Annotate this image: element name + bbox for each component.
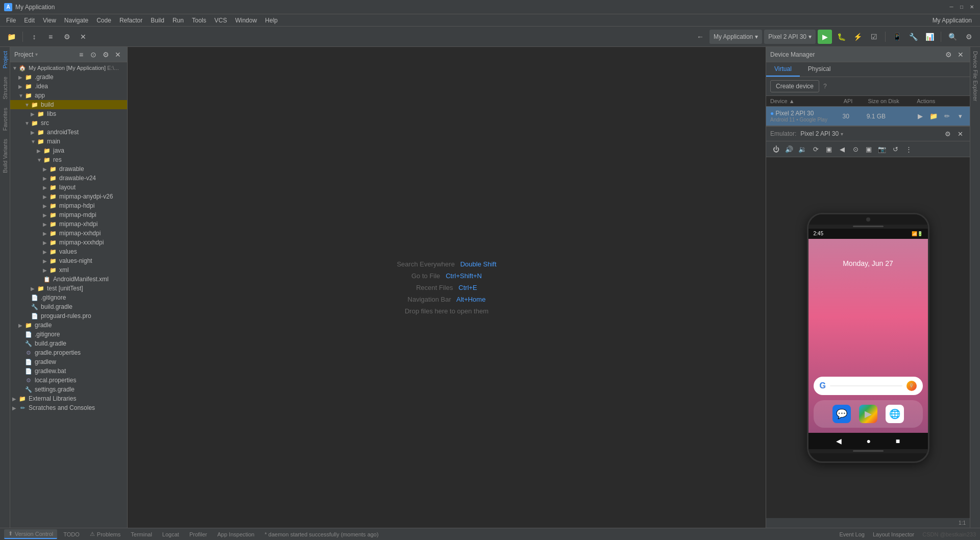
tree-gradle-props[interactable]: ⚙ gradle.properties — [10, 348, 127, 357]
tree-layout[interactable]: ▶ 📁 layout — [10, 183, 127, 192]
device-selector[interactable]: Pixel 2 API 30 ▾ — [764, 30, 816, 44]
sdk-btn[interactable]: 🔧 — [906, 30, 920, 44]
tree-test[interactable]: ▶ 📁 test [unitTest] — [10, 284, 127, 293]
menu-view[interactable]: View — [39, 16, 60, 25]
menu-tools[interactable]: Tools — [188, 16, 210, 25]
tree-values[interactable]: ▶ 📁 values — [10, 247, 127, 256]
phone-google-bar[interactable]: G 🎙 — [814, 377, 923, 395]
tree-build[interactable]: ▼ 📁 build — [10, 100, 127, 109]
menu-navigate[interactable]: Navigate — [60, 16, 92, 25]
tree-libs[interactable]: ▶ 📁 libs — [10, 109, 127, 118]
profiler-tab[interactable]: Profiler — [185, 530, 211, 538]
tree-settings-gradle[interactable]: 🔧 settings.gradle — [10, 385, 127, 394]
build-variants-label[interactable]: Build Variants — [1, 135, 10, 177]
tree-proguard[interactable]: 📄 proguard-rules.pro — [10, 311, 127, 321]
help-icon[interactable]: ? — [823, 83, 827, 90]
tree-root[interactable]: ▼ 🏠 My Application [My Application] E:\.… — [10, 63, 127, 72]
settings-btn[interactable]: ⚙ — [60, 30, 74, 44]
emu-vol-up-btn[interactable]: 🔊 — [783, 143, 795, 155]
profiler-btn2[interactable]: 📊 — [922, 30, 937, 44]
search-btn[interactable]: 🔍 — [945, 30, 960, 44]
tree-androidmanifest[interactable]: 📋 AndroidManifest.xml — [10, 275, 127, 284]
tree-gitignore-root[interactable]: 📄 .gitignore — [10, 330, 127, 339]
minimize-button[interactable]: ─ — [947, 3, 955, 11]
scroll-to-center-btn[interactable]: ⊙ — [88, 50, 99, 60]
phone-screen[interactable]: Monday, Jun 27 G 🎙 💬 ▶ 🌐 — [808, 239, 928, 433]
device-more-btn[interactable]: ▾ — [954, 111, 966, 122]
tree-androidtest[interactable]: ▶ 📁 androidTest — [10, 128, 127, 137]
tree-build-gradle-app[interactable]: 🔧 build.gradle — [10, 302, 127, 311]
menu-help[interactable]: Help — [261, 16, 282, 25]
todo-tab[interactable]: TODO — [59, 530, 84, 538]
messages-app-icon[interactable]: 💬 — [832, 405, 851, 423]
menu-build[interactable]: Build — [146, 16, 168, 25]
emulator-settings-btn[interactable]: ⚙ — [942, 128, 953, 139]
device-browse-btn[interactable]: 📁 — [928, 111, 939, 122]
emu-back-btn[interactable]: ◀ — [837, 143, 848, 155]
avd-btn[interactable]: 📱 — [890, 30, 904, 44]
menu-window[interactable]: Window — [231, 16, 261, 25]
emu-screenshot-btn[interactable]: 📷 — [876, 143, 888, 155]
coverage-btn[interactable]: ☑ — [867, 30, 881, 44]
project-dropdown-arrow[interactable]: ▾ — [35, 52, 38, 57]
logcat-tab[interactable]: Logcat — [158, 530, 183, 538]
tree-gradle[interactable]: ▶ 📁 .gradle — [10, 72, 127, 82]
device-manager-close-btn[interactable]: ✕ — [955, 50, 966, 60]
emu-rotate-btn[interactable]: ⟳ — [810, 143, 821, 155]
tree-res[interactable]: ▼ 📁 res — [10, 155, 127, 164]
tab-virtual[interactable]: Virtual — [766, 62, 800, 77]
tree-gradlew[interactable]: 📄 gradlew — [10, 357, 127, 366]
device-run-btn[interactable]: ▶ — [915, 111, 926, 122]
create-device-button[interactable]: Create device — [770, 80, 819, 92]
tree-src[interactable]: ▼ 📁 src — [10, 118, 127, 128]
tree-xml[interactable]: ▶ 📁 xml — [10, 265, 127, 275]
back-btn[interactable]: ← — [693, 30, 707, 44]
app-inspection-tab[interactable]: App Inspection — [213, 530, 259, 538]
phone-back-btn[interactable]: ◀ — [836, 437, 842, 445]
menu-file[interactable]: File — [2, 16, 20, 25]
emu-overview-btn[interactable]: ▣ — [863, 143, 874, 155]
emu-power-btn[interactable]: ⏻ — [770, 143, 781, 155]
close-btn[interactable]: ✕ — [76, 30, 90, 44]
app-selector[interactable]: My Application ▾ — [709, 30, 762, 44]
tree-gradlew-bat[interactable]: 📄 gradlew.bat — [10, 366, 127, 376]
tab-physical[interactable]: Physical — [800, 62, 839, 77]
debug-btn[interactable]: 🐛 — [834, 30, 848, 44]
menu-edit[interactable]: Edit — [20, 16, 39, 25]
tree-mipmap-anydpi[interactable]: ▶ 📁 mipmap-anydpi-v26 — [10, 192, 127, 201]
profile-btn[interactable]: ⚡ — [850, 30, 865, 44]
emu-more-btn[interactable]: ⋮ — [903, 143, 914, 155]
tree-mipmap-xxxhdpi[interactable]: ▶ 📁 mipmap-xxxhdpi — [10, 238, 127, 247]
tree-drawable-v24[interactable]: ▶ 📁 drawable-v24 — [10, 174, 127, 183]
tree-mipmap-xhdpi[interactable]: ▶ 📁 mipmap-xhdpi — [10, 219, 127, 229]
tree-main[interactable]: ▼ 📁 main — [10, 137, 127, 146]
emu-vol-down-btn[interactable]: 🔉 — [797, 143, 808, 155]
tree-mipmap-mdpi[interactable]: ▶ 📁 mipmap-mdpi — [10, 210, 127, 219]
menu-run[interactable]: Run — [168, 16, 188, 25]
sync-btn[interactable]: ↕ — [27, 30, 41, 44]
tree-idea[interactable]: ▶ 📁 .idea — [10, 82, 127, 91]
menu-code[interactable]: Code — [92, 16, 115, 25]
tree-values-night[interactable]: ▶ 📁 values-night — [10, 256, 127, 265]
event-log-btn[interactable]: Event Log — [839, 531, 865, 537]
google-mic-icon[interactable]: 🎙 — [906, 381, 917, 391]
tree-mipmap-hdpi[interactable]: ▶ 📁 mipmap-hdpi — [10, 201, 127, 210]
device-manager-settings-btn[interactable]: ⚙ — [943, 50, 953, 60]
tree-mipmap-xxhdpi[interactable]: ▶ 📁 mipmap-xxhdpi — [10, 229, 127, 238]
tree-external-libs[interactable]: ▶ 📁 External Libraries — [10, 394, 127, 403]
problems-tab[interactable]: ⚠ Problems — [86, 530, 125, 538]
phone-recent-btn[interactable]: ■ — [896, 437, 900, 445]
tree-app[interactable]: ▼ 📁 app — [10, 91, 127, 100]
project-close-btn[interactable]: ✕ — [113, 50, 123, 60]
tree-build-gradle-root[interactable]: 🔧 build.gradle — [10, 339, 127, 348]
run-button[interactable]: ▶ — [818, 30, 832, 44]
emulator-close-btn[interactable]: ✕ — [954, 128, 966, 139]
device-row[interactable]: ● Pixel 2 API 30 Android 11 • Google Pla… — [766, 107, 970, 126]
terminal-tab[interactable]: Terminal — [127, 530, 156, 538]
layout-inspector-btn[interactable]: Layout Inspector — [873, 531, 914, 537]
close-button[interactable]: ✕ — [968, 3, 976, 11]
device-edit-btn[interactable]: ✏ — [941, 111, 952, 122]
emu-recents-btn[interactable]: ↺ — [890, 143, 901, 155]
tree-local-props[interactable]: ⚙ local.properties — [10, 376, 127, 385]
settings-btn2[interactable]: ⚙ — [962, 30, 976, 44]
